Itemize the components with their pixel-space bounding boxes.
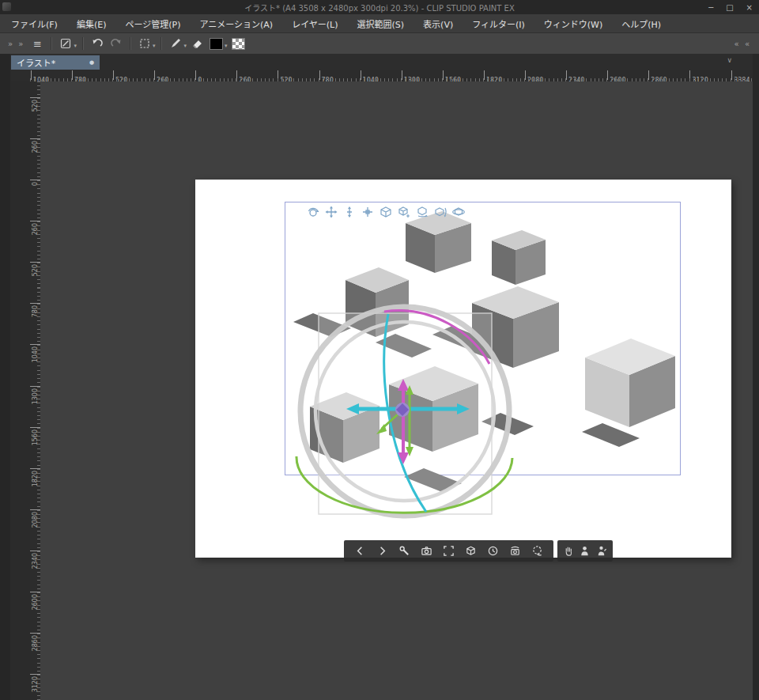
left-dock-gap bbox=[10, 81, 30, 700]
3d-scene[interactable] bbox=[195, 180, 731, 558]
v-ruler-label: 520 bbox=[30, 97, 40, 112]
menu-item-window[interactable]: ウィンドウ(W) bbox=[544, 17, 602, 30]
close-button[interactable]: × bbox=[746, 3, 753, 12]
body-pose-icon[interactable] bbox=[579, 545, 591, 557]
main-color-swatch[interactable] bbox=[207, 36, 226, 51]
document-tab[interactable]: イラスト* ● bbox=[11, 55, 100, 70]
h-ruler-label: 1040 bbox=[31, 70, 49, 80]
main-menu-icon[interactable]: ≡ bbox=[28, 36, 47, 51]
cube-orbit-icon[interactable] bbox=[452, 206, 465, 218]
tab-overflow-chevron-icon[interactable]: ∨ bbox=[727, 56, 732, 64]
object-move-icon[interactable] bbox=[361, 206, 374, 218]
vertical-ruler: 5202600260520780104013001560182020802340… bbox=[30, 81, 40, 700]
document-page[interactable] bbox=[195, 180, 731, 558]
camera-dolly-icon[interactable] bbox=[343, 206, 356, 218]
collapse-left-chevrons[interactable]: » » bbox=[8, 40, 25, 48]
toolbar-separator bbox=[51, 37, 52, 50]
window-title: イラスト* (A4 3508 x 2480px 300dpi 20.3%) - … bbox=[244, 2, 515, 13]
cube-icon[interactable] bbox=[380, 206, 392, 218]
minimize-button[interactable]: ─ bbox=[708, 3, 713, 12]
v-ruler-label: 0 bbox=[30, 180, 40, 186]
clip-studio-paint-window: イラスト* (A4 3508 x 2480px 300dpi 20.3%) - … bbox=[0, 0, 759, 700]
camera-pan-icon[interactable] bbox=[325, 206, 338, 218]
h-ruler-label: 0 bbox=[195, 70, 202, 80]
v-ruler-label: 1560 bbox=[30, 427, 40, 445]
menu-bar: ファイル(F)編集(E)ページ管理(P)アニメーション(A)レイヤー(L)選択範… bbox=[0, 14, 759, 33]
dropdown-arrow-icon[interactable]: ▾ bbox=[225, 43, 228, 49]
collapse-right-chevrons[interactable]: « « bbox=[734, 40, 751, 48]
redo-icon[interactable] bbox=[107, 36, 126, 51]
dropdown-arrow-icon[interactable]: ▾ bbox=[183, 43, 187, 49]
left-palette-dock[interactable] bbox=[0, 54, 10, 700]
v-ruler-label: 2600 bbox=[30, 592, 40, 610]
h-ruler-label: 520 bbox=[113, 70, 127, 80]
h-ruler-label: 1300 bbox=[402, 70, 420, 80]
hand-pose-icon[interactable] bbox=[563, 545, 575, 557]
menu-item-selection-area[interactable]: 選択範囲(S) bbox=[357, 17, 405, 30]
v-ruler-label: 1820 bbox=[30, 468, 40, 486]
document-tab-bar: イラスト* ● ∨ bbox=[0, 54, 759, 70]
object-launcher-bar bbox=[344, 540, 553, 562]
menu-item-animation[interactable]: アニメーション(A) bbox=[199, 17, 273, 30]
menu-item-file[interactable]: ファイル(F) bbox=[11, 17, 58, 30]
ground-cube-icon[interactable] bbox=[465, 545, 477, 557]
h-ruler-label: 780 bbox=[319, 70, 334, 80]
title-bar: イラスト* (A4 3508 x 2480px 300dpi 20.3%) - … bbox=[0, 0, 759, 14]
next-object-icon[interactable] bbox=[376, 545, 388, 557]
v-ruler-label: 260 bbox=[30, 221, 40, 235]
menu-item-layer[interactable]: レイヤー(L) bbox=[292, 17, 338, 30]
h-ruler-label: 3120 bbox=[689, 70, 708, 80]
fit-view-icon[interactable] bbox=[443, 545, 455, 557]
v-ruler-label: 2860 bbox=[30, 633, 40, 651]
h-ruler-label: 260 bbox=[236, 70, 251, 80]
3d-cube[interactable] bbox=[406, 211, 471, 273]
canvas-area[interactable] bbox=[40, 81, 753, 700]
camera-preset-icon[interactable] bbox=[509, 545, 521, 557]
figure-pose-icon[interactable] bbox=[595, 545, 607, 557]
maximize-button[interactable]: □ bbox=[726, 3, 733, 12]
dropdown-arrow-icon[interactable]: ▾ bbox=[74, 43, 77, 49]
pen-tool-icon[interactable] bbox=[166, 36, 185, 51]
eraser-tool-icon[interactable] bbox=[188, 36, 207, 51]
lasso-icon[interactable] bbox=[531, 545, 543, 557]
v-ruler-label: 2080 bbox=[30, 509, 40, 528]
main-toolbar: » » ≡ ▾ ▾ ▾ ▾ « « bbox=[0, 33, 759, 54]
toolbar-separator bbox=[160, 37, 162, 50]
clock-icon[interactable] bbox=[487, 545, 499, 557]
cube-move-icon[interactable] bbox=[398, 206, 410, 218]
h-ruler-label: 2340 bbox=[566, 70, 584, 80]
ruler-corner bbox=[10, 70, 30, 81]
h-ruler-label: 2860 bbox=[648, 70, 666, 80]
dropdown-arrow-icon[interactable]: ▾ bbox=[153, 43, 156, 49]
document-tab-label: イラスト* bbox=[17, 56, 55, 69]
h-ruler-label: 1560 bbox=[443, 70, 461, 80]
v-ruler-label: 260 bbox=[30, 138, 40, 153]
menu-item-filter[interactable]: フィルター(I) bbox=[472, 17, 525, 30]
toolbar-separator bbox=[130, 37, 131, 50]
menu-item-view[interactable]: 表示(V) bbox=[423, 17, 453, 30]
gradient-tool-icon[interactable] bbox=[56, 36, 75, 51]
wrench-icon[interactable] bbox=[398, 545, 410, 557]
camera-icon[interactable] bbox=[421, 545, 432, 557]
h-ruler-label: 780 bbox=[72, 70, 86, 80]
v-ruler-label: 1040 bbox=[30, 344, 40, 362]
v-ruler-label: 3120 bbox=[30, 674, 40, 692]
menu-item-edit[interactable]: 編集(E) bbox=[77, 17, 107, 30]
prev-object-icon[interactable] bbox=[354, 545, 366, 557]
menu-item-page-management[interactable]: ページ管理(P) bbox=[125, 17, 180, 30]
v-ruler-label: 780 bbox=[30, 303, 40, 317]
h-ruler-label: 2600 bbox=[607, 70, 625, 80]
app-icon bbox=[2, 2, 11, 11]
right-palette-dock[interactable] bbox=[753, 54, 759, 700]
undo-icon[interactable] bbox=[88, 36, 107, 51]
camera-orbit-icon[interactable] bbox=[307, 206, 319, 218]
h-ruler-label: 1820 bbox=[484, 70, 502, 80]
3d-cube[interactable] bbox=[585, 339, 675, 427]
menu-item-help[interactable]: ヘルプ(H) bbox=[621, 17, 661, 30]
h-ruler-label: 3384 bbox=[731, 70, 750, 80]
cube-rotate-h-icon[interactable] bbox=[416, 206, 429, 218]
frame-select-icon[interactable] bbox=[135, 36, 154, 51]
cube-rotate-v-icon[interactable] bbox=[434, 206, 447, 218]
transparent-color-swatch[interactable] bbox=[228, 36, 247, 51]
3d-cube[interactable] bbox=[492, 230, 546, 285]
